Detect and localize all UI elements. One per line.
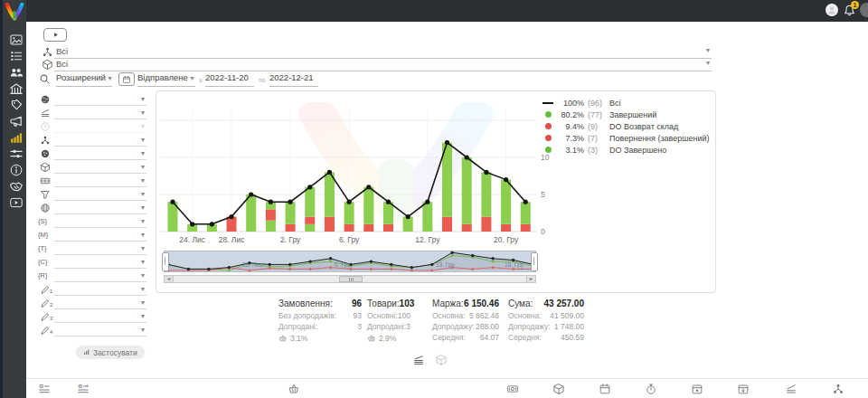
filter-select[interactable]: ▾ [54, 175, 146, 187]
package-view-icon[interactable] [435, 354, 448, 366]
calendar-dot-icon[interactable] [691, 383, 703, 395]
globe-grid-icon [40, 203, 51, 213]
banknote-icon[interactable] [506, 383, 519, 395]
filter-row: ▾ [26, 189, 148, 202]
filter-select[interactable]: ▾ [54, 189, 146, 201]
filter-row: {R}▾ [26, 270, 148, 283]
funnel-icon [40, 189, 51, 200]
apply-button[interactable]: Застосувати [76, 346, 145, 359]
filter-row: 2▾ [26, 298, 148, 310]
bar-segment [286, 202, 296, 224]
stat-sub-value: 3 [357, 322, 362, 333]
legend-entry[interactable]: 7.3%(7)Повернення (завершений) [542, 132, 710, 144]
orders-list-icon[interactable] [9, 49, 24, 63]
orders-chart: 051024. Лис28. Лис2. Гру6. Гру12. Гру20.… [156, 93, 563, 247]
package-icon[interactable] [552, 383, 565, 395]
stat-title: Товари: [367, 298, 400, 311]
brand-logo-icon[interactable] [5, 3, 24, 21]
info-icon[interactable] [9, 163, 24, 177]
video-icon[interactable] [9, 195, 24, 210]
filter-select[interactable]: ▾ [54, 162, 146, 174]
svg-text:0: 0 [541, 227, 545, 236]
help-icon: ? [40, 121, 51, 132]
filter-select[interactable]: ▾ [54, 230, 146, 242]
clients-icon[interactable] [9, 65, 24, 80]
overview-scrollbar[interactable]: ◂ ▸ [164, 275, 536, 283]
calendar-icon[interactable] [599, 383, 611, 395]
left-accent-strip [0, 0, 3, 398]
overview-tick-label: 13. Гру [436, 261, 455, 268]
filter-lines-icon[interactable] [785, 383, 797, 395]
search-mode-select[interactable]: Розширений ▾ [56, 72, 112, 87]
filter-select[interactable]: ▾ [54, 108, 146, 119]
filter-select[interactable]: ▾ [54, 148, 146, 160]
stat-title: Сума: [508, 298, 533, 311]
id-list-icon[interactable]: ID [38, 383, 51, 395]
legend-pct: 100% [557, 99, 584, 108]
bar-segment [363, 224, 373, 232]
stopwatch-icon[interactable] [645, 383, 657, 395]
data-point [465, 155, 469, 159]
filter-row: ▾ [26, 162, 148, 175]
date-from-value: 2022-11-20 [205, 72, 249, 82]
data-point [327, 170, 332, 175]
avatar-icon[interactable] [825, 3, 839, 17]
tune-icon[interactable] [9, 147, 24, 161]
filter-select[interactable]: ▾ [54, 121, 146, 133]
overview-left-handle[interactable] [162, 252, 169, 271]
video-help-button[interactable] [43, 28, 67, 42]
package-icon [42, 59, 53, 71]
sitemap-icon[interactable] [832, 383, 844, 395]
filter-select[interactable]: ▾ [54, 135, 146, 147]
legend-entry[interactable]: 80.2%(77)Завершений [542, 109, 710, 120]
bar-segment [344, 224, 354, 232]
bar-segment [501, 180, 511, 224]
announce-icon[interactable] [9, 114, 24, 128]
filter-select[interactable]: ▾ [54, 311, 146, 323]
chevron-down-icon: ▾ [141, 231, 145, 239]
source-select[interactable]: Всі ▾ [54, 45, 712, 59]
legend-entry[interactable]: 100%(96)Всі [542, 97, 710, 109]
date-to-input[interactable]: 2022-12-21 [269, 72, 318, 87]
handshake-icon[interactable] [9, 179, 24, 194]
scroll-left-arrow[interactable]: ◂ [165, 276, 174, 282]
list-view-icon[interactable] [412, 354, 425, 366]
product-select[interactable]: Всі ▾ [54, 58, 712, 71]
calendar-icon[interactable] [118, 72, 135, 86]
overview-right-handle[interactable] [531, 252, 538, 271]
filter-select[interactable]: ▾ [54, 325, 146, 336]
filter-select[interactable]: ▾ [54, 284, 146, 296]
calendar-export-icon[interactable] [737, 383, 750, 395]
price-tag-icon[interactable] [9, 98, 24, 112]
scrollbar-grip[interactable] [339, 276, 363, 282]
warehouse-icon[interactable] [9, 81, 24, 96]
filter-select[interactable]: ▾ [54, 203, 146, 214]
basket-icon[interactable] [288, 383, 300, 395]
legend-entry[interactable]: 9.4%(9)DO Возврат склад [542, 120, 710, 132]
filter-select[interactable]: ▾ [54, 270, 146, 282]
svg-text:6. Гру: 6. Гру [339, 235, 360, 244]
chevron-down-icon: ▾ [141, 176, 145, 185]
search-icon [39, 73, 51, 85]
id-contact-icon[interactable]: ID [77, 383, 90, 395]
filter-select[interactable]: ▾ [54, 243, 146, 255]
statistics-icon[interactable] [9, 130, 24, 145]
data-point [366, 185, 371, 189]
legend-pct: 3.1% [557, 146, 584, 155]
date-type-select[interactable]: Відправлене ▾ [137, 72, 195, 87]
filter-select[interactable]: ▾ [54, 216, 146, 228]
stat-sub-label: Допродажу: [508, 322, 551, 333]
scroll-right-arrow[interactable]: ▸ [526, 276, 535, 282]
filter-select[interactable]: ▾ [54, 257, 146, 269]
bar-segment [481, 172, 491, 216]
stat-sub-value: 5 862.46 [469, 311, 499, 322]
chart-overview[interactable]: 28. Лис6. Гру13. Гру18. Гру [164, 251, 536, 272]
filter-select[interactable]: ▾ [54, 94, 146, 106]
legend-line-swatch [542, 102, 554, 104]
filter-row: {T}▾ [26, 243, 148, 256]
legend-entry[interactable]: 3.1%(3)DO Завершено [542, 144, 710, 156]
image-card-icon[interactable] [9, 33, 24, 47]
filter-select[interactable]: ▾ [54, 298, 146, 309]
profile-circle-icon[interactable] [860, 3, 868, 17]
date-from-input[interactable]: 2022-11-20 [205, 72, 254, 87]
